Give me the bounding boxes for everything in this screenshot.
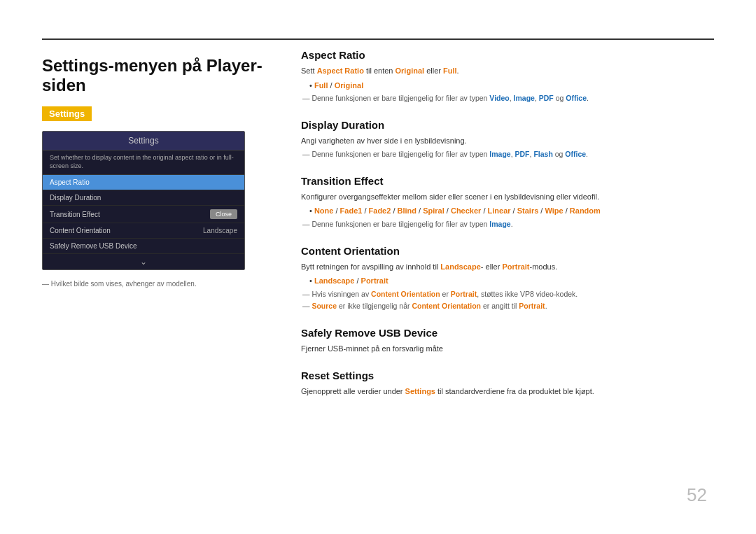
top-divider — [42, 38, 714, 40]
settings-item-display-duration[interactable]: Display Duration — [43, 190, 244, 206]
settings-item-safely-remove[interactable]: Safely Remove USB Device — [43, 239, 244, 254]
reset-settings-text: Gjenopprett alle verdier under Settings … — [301, 386, 714, 398]
content-orientation-note1: Hvis visningen av Content Orientation er… — [301, 289, 714, 300]
section-title-transition-effect: Transition Effect — [301, 175, 714, 187]
section-aspect-ratio: Aspect Ratio Sett Aspect Ratio til enten… — [301, 49, 714, 104]
settings-ui-titlebar: Settings — [43, 132, 244, 150]
content-orientation-text: Bytt retningen for avspilling av innhold… — [301, 261, 714, 273]
transition-note: Denne funksjonen er bare tilgjengelig fo… — [301, 219, 714, 230]
settings-item-label: Aspect Ratio — [50, 178, 90, 186]
bullet-full-original: Full / Original — [309, 80, 714, 92]
aspect-ratio-note: Denne funksjonen er bare tilgjengelig fo… — [301, 93, 714, 104]
close-button[interactable]: Close — [210, 209, 237, 219]
keyword-image2: Image — [489, 150, 510, 158]
section-title-content-orientation: Content Orientation — [301, 245, 714, 257]
right-column: Aspect Ratio Sett Aspect Ratio til enten… — [294, 49, 714, 413]
settings-ui-description: Set whether to display content in the or… — [43, 150, 244, 175]
section-safely-remove: Safely Remove USB Device Fjerner USB-min… — [301, 327, 714, 355]
section-title-aspect-ratio: Aspect Ratio — [301, 49, 714, 61]
keyword-office2: Office — [565, 150, 586, 158]
aspect-ratio-text: Sett Aspect Ratio til enten Original ell… — [301, 65, 714, 77]
settings-badge: Settings — [42, 106, 92, 121]
section-title-safely-remove: Safely Remove USB Device — [301, 327, 714, 339]
page-number: 52 — [687, 484, 707, 506]
display-duration-note: Denne funksjonen er bare tilgjengelig fo… — [301, 149, 714, 160]
settings-ui-mockup: Settings Set whether to display content … — [42, 131, 245, 270]
keyword-flash: Flash — [533, 150, 552, 158]
keyword-video: Video — [489, 94, 509, 102]
content-orientation-note2: Source er ikke tilgjengelig når Content … — [301, 301, 714, 311]
section-transition-effect: Transition Effect Konfigurer overgangsef… — [301, 175, 714, 230]
display-duration-text: Angi varigheten av hver side i en lysbil… — [301, 135, 714, 147]
section-title-reset-settings: Reset Settings — [301, 370, 714, 381]
settings-item-value: Landscape — [203, 227, 237, 234]
settings-item-transition-effect[interactable]: Transition Effect Close — [43, 206, 244, 223]
settings-item-label: Safely Remove USB Device — [50, 242, 137, 250]
section-content-orientation: Content Orientation Bytt retningen for a… — [301, 245, 714, 311]
settings-item-label: Display Duration — [50, 194, 101, 202]
keyword-aspect-ratio: Aspect Ratio — [317, 66, 364, 75]
keyword-pdf2: PDF — [515, 150, 530, 158]
settings-item-label: Transition Effect — [50, 211, 100, 218]
keyword-image: Image — [514, 94, 535, 102]
page-title: Settings-menyen på Player-siden — [42, 56, 266, 95]
settings-item-aspect-ratio[interactable]: Aspect Ratio — [43, 175, 244, 190]
keyword-full: Full — [443, 66, 457, 75]
settings-item-content-orientation[interactable]: Content Orientation Landscape — [43, 223, 244, 239]
section-display-duration: Display Duration Angi varigheten av hver… — [301, 119, 714, 160]
keyword-full2: Full — [314, 81, 328, 90]
transition-text: Konfigurer overgangseffekter mellom side… — [301, 191, 714, 203]
section-title-display-duration: Display Duration — [301, 119, 714, 131]
keyword-original: Original — [396, 66, 425, 75]
chevron-down-icon: ⌄ — [43, 254, 244, 269]
bullet-transition-options: None / Fade1 / Fade2 / Blind / Spiral / … — [309, 205, 714, 217]
bullet-orientation-options: Landscape / Portrait — [309, 275, 714, 287]
keyword-original2: Original — [335, 81, 364, 90]
safely-remove-text: Fjerner USB-minnet på en forsvarlig måte — [301, 343, 714, 355]
section-reset-settings: Reset Settings Gjenopprett alle verdier … — [301, 370, 714, 398]
left-column: Settings-menyen på Player-siden Settings… — [42, 49, 266, 413]
keyword-pdf: PDF — [539, 94, 554, 102]
left-footnote: — Hvilket bilde som vises, avhenger av m… — [42, 280, 266, 288]
keyword-office: Office — [566, 94, 587, 102]
settings-item-label: Content Orientation — [50, 227, 111, 234]
